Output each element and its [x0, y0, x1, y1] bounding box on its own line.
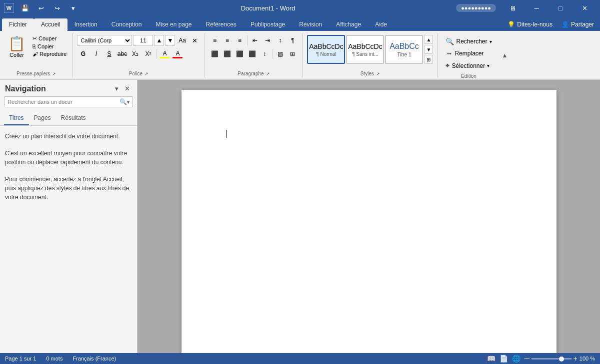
increase-indent-btn[interactable]: ⇥	[262, 35, 274, 46]
font-case-btn[interactable]: Aa	[176, 35, 188, 46]
font-color-icon: A	[172, 50, 182, 58]
decrease-indent-btn[interactable]: ⇤	[249, 35, 261, 46]
styles-scroll-btns: ▲ ▼ ⊞	[424, 35, 433, 64]
align-left-btn[interactable]: ⬛	[208, 48, 220, 59]
show-marks-btn[interactable]: ¶	[286, 35, 298, 46]
nav-dropdown-btn[interactable]: ▾	[113, 84, 120, 93]
lightbulb-btn[interactable]: 💡 Dites-le-nous	[504, 20, 556, 29]
undo-quick-btn[interactable]: ↩	[34, 1, 48, 15]
tab-mise-en-page[interactable]: Mise en page	[148, 18, 198, 31]
italic-btn[interactable]: I	[90, 48, 102, 59]
read-mode-btn[interactable]: 📖	[487, 355, 496, 363]
subscript-btn[interactable]: X₂	[129, 48, 141, 59]
tab-aide[interactable]: Aide	[368, 18, 394, 31]
highlight-btn[interactable]: A	[158, 48, 170, 59]
maximize-btn[interactable]: □	[549, 0, 572, 16]
clear-format-btn[interactable]: ✕	[189, 35, 200, 46]
nav-search-box[interactable]: 🔍 ▾	[4, 96, 133, 107]
nav-text-1: Créez un plan interactif de votre docume…	[5, 132, 132, 141]
paragraphe-expand-icon[interactable]: ↗	[266, 71, 270, 76]
profile-area[interactable]: ●●●●●●●●●	[456, 4, 496, 12]
print-layout-btn[interactable]: 📄	[500, 355, 508, 363]
zoom-thumb	[559, 357, 564, 362]
line-spacing-btn[interactable]: ↕	[258, 48, 270, 59]
tab-revision[interactable]: Révision	[292, 18, 329, 31]
font-row1: Calibri (Corp ▲ ▼ Aa ✕	[77, 35, 200, 46]
presse-papiers-expand-icon[interactable]: ↗	[52, 71, 56, 76]
police-label: Police ↗	[75, 70, 202, 77]
tab-conception[interactable]: Conception	[104, 18, 149, 31]
redo-quick-btn[interactable]: ↪	[50, 1, 64, 15]
paste-button[interactable]: 📋 Coller	[4, 35, 30, 60]
police-expand-icon[interactable]: ↗	[144, 71, 148, 76]
collapse-ribbon-btn[interactable]: ▲	[500, 33, 510, 77]
underline-btn[interactable]: S	[103, 48, 115, 59]
edition-content: 🔍 Rechercher ▾ ↔ Remplacer ⌖ Sélectionne…	[440, 33, 498, 72]
zoom-in-btn[interactable]: +	[574, 355, 578, 363]
selectionner-btn[interactable]: ⌖ Sélectionner ▾	[442, 60, 494, 71]
qs-dropdown-btn[interactable]: ▾	[66, 1, 80, 15]
minimize-btn[interactable]: ─	[525, 0, 548, 16]
window-icon-btn[interactable]: 🖥	[501, 0, 524, 16]
nav-search-icon[interactable]: 🔍	[120, 98, 127, 105]
format-painter-btn[interactable]: 🖌 Reproduire	[30, 50, 68, 57]
zoom-area: ─ + 100 %	[524, 355, 595, 363]
remplacer-btn[interactable]: ↔ Remplacer	[442, 48, 494, 59]
close-btn[interactable]: ✕	[573, 0, 596, 16]
font-size-input[interactable]	[133, 35, 153, 46]
font-family-select[interactable]: Calibri (Corp	[77, 35, 132, 46]
nav-tab-titres[interactable]: Titres	[4, 111, 29, 125]
borders-btn[interactable]: ⊞	[286, 48, 298, 59]
document-page[interactable]	[182, 90, 556, 353]
font-shrink-btn[interactable]: ▼	[165, 35, 175, 46]
selectionner-dropdown[interactable]: ▾	[487, 63, 490, 68]
rechercher-dropdown[interactable]: ▾	[490, 39, 492, 44]
justify-btn[interactable]: ⬛	[246, 48, 258, 59]
align-right-btn[interactable]: ⬛	[234, 48, 246, 59]
bullets-btn[interactable]: ≡	[208, 35, 220, 46]
tab-references[interactable]: Références	[199, 18, 244, 31]
tab-accueil[interactable]: Accueil	[34, 18, 68, 31]
styles-expand-icon[interactable]: ↗	[376, 71, 380, 76]
web-layout-btn[interactable]: 🌐	[512, 355, 520, 363]
styles-expand[interactable]: ⊞	[424, 55, 433, 64]
nav-close-btn[interactable]: ✕	[122, 84, 132, 93]
tab-affichage[interactable]: Affichage	[329, 18, 368, 31]
font-grow-btn[interactable]: ▲	[154, 35, 164, 46]
nav-search-input[interactable]	[8, 99, 118, 105]
strikethrough-btn[interactable]: abc	[116, 48, 128, 59]
shading-btn[interactable]: ▨	[274, 48, 286, 59]
nav-tab-resultats[interactable]: Résultats	[56, 111, 91, 125]
nav-search-dropdown[interactable]: ▾	[127, 99, 130, 105]
styles-scroll-down[interactable]: ▼	[424, 45, 433, 54]
zoom-out-btn[interactable]: ─	[524, 355, 530, 363]
rechercher-btn[interactable]: 🔍 Rechercher ▾	[442, 36, 494, 47]
document-area[interactable]	[138, 80, 600, 353]
font-color-btn[interactable]: A	[172, 48, 184, 59]
style-titre-label: Titre 1	[398, 52, 412, 57]
nav-tab-pages[interactable]: Pages	[29, 111, 56, 125]
share-btn[interactable]: 👤 Partager	[558, 20, 598, 29]
tab-publipostage[interactable]: Publipostage	[244, 18, 292, 31]
cut-btn[interactable]: ✂ Couper	[30, 35, 68, 42]
style-sans-preview: AaBbCcDc	[348, 42, 382, 50]
numbering-btn[interactable]: ≡	[221, 35, 233, 46]
style-sans-label: ¶ Sans int...	[352, 51, 378, 57]
copy-btn[interactable]: ⎘ Copier	[30, 43, 68, 50]
align-center-btn[interactable]: ⬛	[221, 48, 233, 59]
style-sans-interligne[interactable]: AaBbCcDc ¶ Sans int...	[346, 35, 384, 64]
multilevel-btn[interactable]: ≡	[234, 35, 246, 46]
style-normal[interactable]: AaBbCcDc ¶ Normal	[307, 35, 345, 64]
bold-btn[interactable]: G	[77, 48, 89, 59]
para-row2: ⬛ ⬛ ⬛ ⬛ ↕ ▨ ⊞	[208, 48, 298, 59]
zoom-slider[interactable]	[532, 358, 572, 360]
sort-btn[interactable]: ↕	[274, 35, 286, 46]
superscript-btn[interactable]: X²	[142, 48, 154, 59]
nav-text-3: Pour commencer, accédez à l'onglet Accue…	[5, 175, 132, 202]
style-titre1[interactable]: AaBbCc Titre 1	[385, 35, 423, 64]
save-quick-btn[interactable]: 💾	[18, 1, 32, 15]
zoom-level: 100 %	[580, 356, 595, 362]
styles-scroll-up[interactable]: ▲	[424, 35, 433, 44]
tab-insertion[interactable]: Insertion	[68, 18, 104, 31]
tab-fichier[interactable]: Fichier	[2, 18, 34, 31]
